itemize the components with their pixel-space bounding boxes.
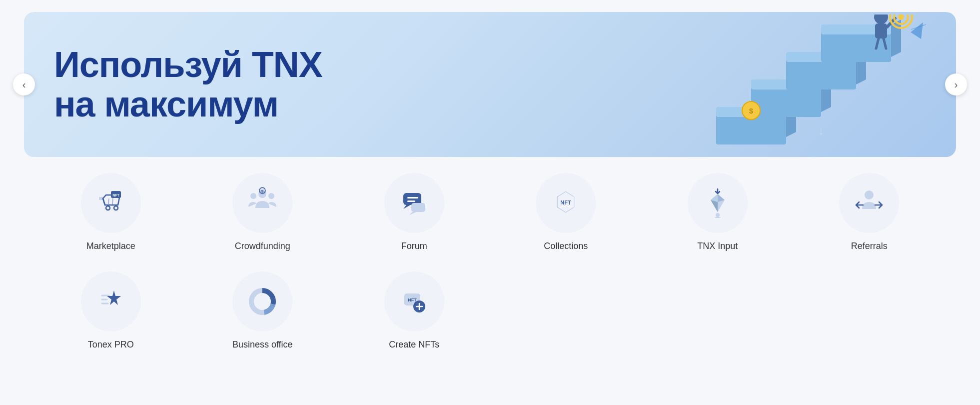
svg-text:NFT: NFT bbox=[408, 298, 417, 302]
crowdfunding-item[interactable]: $ Crowdfunding bbox=[192, 173, 334, 252]
svg-rect-6 bbox=[751, 87, 821, 117]
banner-illustration: $ ↓ bbox=[443, 12, 956, 157]
svg-text:NFT: NFT bbox=[112, 194, 119, 197]
svg-point-24 bbox=[898, 14, 904, 20]
svg-text:$: $ bbox=[749, 107, 753, 115]
svg-point-35 bbox=[250, 193, 256, 199]
marketplace-item[interactable]: NFT Marketplace bbox=[40, 173, 182, 252]
banner-text: Используй TNX на максимум bbox=[24, 25, 352, 144]
svg-text:NFT: NFT bbox=[561, 200, 572, 206]
business-office-icon-circle bbox=[232, 272, 292, 332]
icon-row-1: NFT Marketplace bbox=[40, 173, 940, 252]
tonex-pro-item[interactable]: Tonex PRO bbox=[40, 272, 182, 350]
svg-point-64 bbox=[256, 296, 268, 308]
crowdfunding-label: Crowdfunding bbox=[235, 241, 290, 252]
svg-point-29 bbox=[114, 206, 118, 210]
icon-grid-section: NFT Marketplace bbox=[0, 173, 980, 370]
empty-cell-3 bbox=[799, 272, 941, 350]
marketplace-label: Marketplace bbox=[86, 241, 135, 252]
tonex-pro-icon-circle bbox=[81, 272, 141, 332]
next-arrow[interactable]: › bbox=[945, 74, 967, 96]
empty-cell-2 bbox=[647, 272, 789, 350]
svg-line-27 bbox=[103, 198, 105, 205]
svg-line-31 bbox=[112, 198, 113, 204]
collections-item[interactable]: NFT Collections bbox=[495, 173, 637, 252]
svg-point-36 bbox=[268, 193, 274, 199]
icon-row-2: Tonex PRO Business office bbox=[40, 272, 940, 350]
svg-point-54 bbox=[865, 190, 874, 200]
forum-icon-circle bbox=[384, 173, 444, 233]
svg-point-17 bbox=[874, 14, 888, 24]
collections-icon-circle: NFT bbox=[536, 173, 596, 233]
banner-wrapper: ‹ Используй TNX на максимум bbox=[24, 12, 956, 157]
svg-marker-45 bbox=[409, 212, 416, 215]
crowdfunding-icon-circle: $ bbox=[232, 173, 292, 233]
svg-marker-60 bbox=[107, 290, 121, 305]
create-nfts-icon-circle: NFT bbox=[384, 272, 444, 332]
empty-cell-1 bbox=[495, 272, 637, 350]
collections-label: Collections bbox=[544, 241, 588, 252]
forum-item[interactable]: Forum bbox=[343, 173, 485, 252]
tnx-input-label: TNX Input bbox=[697, 241, 738, 252]
svg-rect-18 bbox=[875, 24, 887, 38]
svg-point-28 bbox=[106, 206, 110, 210]
svg-rect-42 bbox=[407, 197, 418, 198]
svg-line-30 bbox=[108, 198, 109, 204]
svg-rect-43 bbox=[407, 200, 415, 202]
business-office-item[interactable]: Business office bbox=[192, 272, 334, 350]
svg-marker-51 bbox=[711, 200, 718, 212]
referrals-item[interactable]: Referrals bbox=[799, 173, 941, 252]
svg-text:$: $ bbox=[261, 189, 264, 194]
tnx-input-icon-circle bbox=[688, 173, 748, 233]
banner: Используй TNX на максимум bbox=[24, 12, 956, 157]
prev-arrow[interactable]: ‹ bbox=[13, 74, 35, 96]
referrals-label: Referrals bbox=[851, 241, 888, 252]
svg-rect-44 bbox=[411, 203, 425, 212]
banner-title: Используй TNX на максимум bbox=[54, 45, 322, 124]
referrals-icon-circle bbox=[839, 173, 899, 233]
svg-rect-9 bbox=[786, 60, 856, 90]
create-nfts-item[interactable]: NFT Create NFTs bbox=[343, 272, 485, 350]
tnx-input-item[interactable]: TNX Input bbox=[647, 173, 789, 252]
create-nfts-label: Create NFTs bbox=[389, 340, 439, 350]
marketplace-icon-circle: NFT bbox=[81, 173, 141, 233]
tonex-pro-label: Tonex PRO bbox=[88, 340, 134, 350]
svg-text:↓: ↓ bbox=[818, 122, 825, 138]
svg-point-53 bbox=[716, 213, 720, 217]
business-office-label: Business office bbox=[232, 340, 293, 350]
svg-marker-0 bbox=[909, 22, 928, 42]
svg-marker-41 bbox=[403, 205, 410, 209]
forum-label: Forum bbox=[401, 241, 427, 252]
